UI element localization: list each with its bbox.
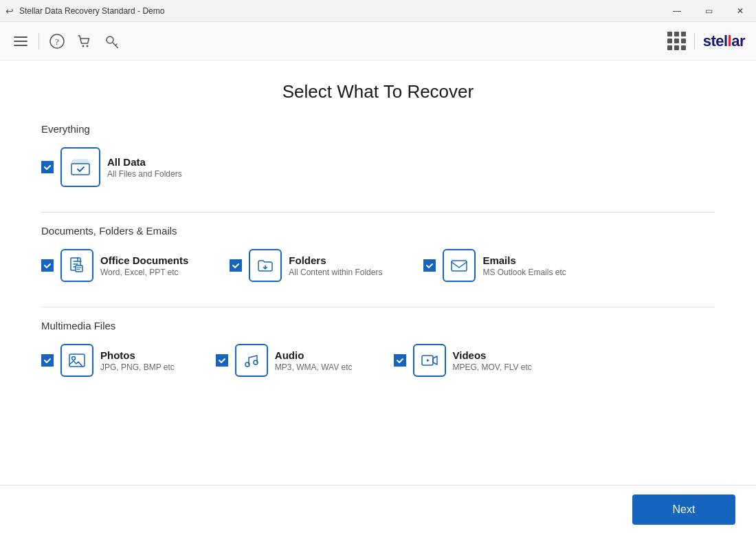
item-text-videos: Videos MPEG, MOV, FLV etc — [453, 349, 532, 372]
title-bar-controls: — ▭ ✕ — [661, 0, 756, 22]
checkbox-emails[interactable] — [423, 259, 436, 272]
svg-rect-10 — [76, 265, 82, 272]
item-desc-photos: JPG, PNG, BMP etc — [100, 362, 175, 372]
key-icon[interactable] — [102, 32, 122, 51]
section-multimedia: Multimedia Files Photos — [41, 320, 715, 377]
apps-grid-icon[interactable] — [667, 32, 686, 50]
toolbar-right: stellar — [667, 32, 745, 50]
checkbox-folders[interactable] — [230, 259, 242, 272]
icon-videos — [413, 344, 446, 377]
icon-audio — [235, 344, 268, 377]
icon-emails — [443, 249, 476, 282]
minimize-button[interactable]: — — [661, 0, 693, 22]
icon-folders — [249, 249, 282, 282]
toolbar-left: ? — [11, 32, 122, 51]
svg-rect-8 — [71, 164, 89, 175]
item-videos: Videos MPEG, MOV, FLV etc — [394, 344, 532, 377]
item-text-audio: Audio MP3, WMA, WAV etc — [275, 349, 353, 372]
item-text-folders: Folders All Content within Folders — [289, 254, 382, 277]
stellar-logo: stellar — [703, 32, 745, 50]
item-name-emails: Emails — [482, 254, 566, 266]
icon-photos — [60, 344, 93, 377]
menu-icon[interactable] — [11, 32, 30, 51]
item-desc-office-docs: Word, Excel, PPT etc — [100, 268, 188, 277]
svg-point-5 — [82, 45, 85, 47]
item-office-docs: Office Documents Word, Excel, PPT etc — [41, 249, 188, 282]
svg-text:?: ? — [55, 36, 59, 47]
restore-button[interactable]: ▭ — [693, 0, 724, 22]
cart-icon[interactable] — [75, 32, 94, 51]
item-name-office-docs: Office Documents — [100, 254, 188, 266]
icon-office-docs — [60, 249, 93, 282]
item-all-data: All Data All Files and Folders — [41, 147, 182, 187]
item-text-office-docs: Office Documents Word, Excel, PPT etc — [100, 254, 188, 277]
item-desc-emails: MS Outlook Emails etc — [482, 268, 566, 277]
item-name-audio: Audio — [275, 349, 353, 361]
section-divider-2 — [41, 307, 715, 307]
item-text-photos: Photos JPG, PNG, BMP etc — [100, 349, 175, 372]
svg-rect-0 — [14, 36, 27, 38]
svg-point-6 — [87, 45, 89, 47]
checkbox-videos[interactable] — [394, 354, 406, 367]
section-label-everything: Everything — [41, 123, 715, 135]
section-label-documents: Documents, Folders & Emails — [41, 225, 715, 237]
documents-items-row: Office Documents Word, Excel, PPT etc — [41, 249, 715, 282]
svg-rect-12 — [69, 354, 85, 367]
title-bar-left: ↩ Stellar Data Recovery Standard - Demo — [5, 6, 164, 17]
footer: Next — [0, 485, 756, 533]
checkbox-audio[interactable] — [216, 354, 228, 367]
item-emails: Emails MS Outlook Emails etc — [423, 249, 566, 282]
svg-point-13 — [72, 357, 76, 360]
icon-all-data — [60, 147, 100, 187]
next-button[interactable]: Next — [632, 494, 735, 525]
main-content: Select What To Recover Everything — [0, 61, 756, 485]
checkbox-all-data[interactable] — [41, 161, 54, 173]
item-photos: Photos JPG, PNG, BMP etc — [41, 344, 175, 377]
item-desc-audio: MP3, WMA, WAV etc — [275, 362, 353, 372]
title-bar-icon: ↩ — [5, 6, 14, 17]
item-text-all-data: All Data All Files and Folders — [107, 156, 182, 179]
item-desc-videos: MPEG, MOV, FLV etc — [453, 362, 532, 372]
svg-rect-11 — [452, 261, 467, 271]
title-bar-title: Stellar Data Recovery Standard - Demo — [19, 6, 164, 16]
page-title: Select What To Recover — [41, 81, 715, 102]
close-button[interactable]: ✕ — [724, 0, 756, 22]
section-documents: Documents, Folders & Emails — [41, 225, 715, 282]
checkbox-photos[interactable] — [41, 354, 54, 367]
svg-rect-2 — [14, 45, 27, 46]
item-text-emails: Emails MS Outlook Emails etc — [482, 254, 566, 277]
item-name-videos: Videos — [453, 349, 532, 361]
item-name-all-data: All Data — [107, 156, 182, 168]
item-audio: Audio MP3, WMA, WAV etc — [216, 344, 353, 377]
svg-rect-1 — [14, 41, 27, 42]
section-divider-1 — [41, 212, 715, 213]
toolbar-divider — [38, 33, 39, 50]
item-folders: Folders All Content within Folders — [230, 249, 382, 282]
help-icon[interactable]: ? — [47, 32, 67, 51]
item-desc-all-data: All Files and Folders — [107, 169, 182, 179]
toolbar: ? stellar — [0, 22, 756, 61]
item-desc-folders: All Content within Folders — [289, 268, 382, 277]
section-everything: Everything All Data — [41, 123, 715, 187]
title-bar: ↩ Stellar Data Recovery Standard - Demo … — [0, 0, 756, 22]
item-name-folders: Folders — [289, 254, 382, 266]
svg-point-7 — [107, 36, 113, 43]
item-name-photos: Photos — [100, 349, 175, 361]
section-label-multimedia: Multimedia Files — [41, 320, 715, 331]
everything-items-row: All Data All Files and Folders — [41, 147, 715, 187]
toolbar-divider-2 — [694, 33, 695, 50]
multimedia-items-row: Photos JPG, PNG, BMP etc — [41, 344, 715, 377]
checkbox-office-docs[interactable] — [41, 259, 54, 272]
